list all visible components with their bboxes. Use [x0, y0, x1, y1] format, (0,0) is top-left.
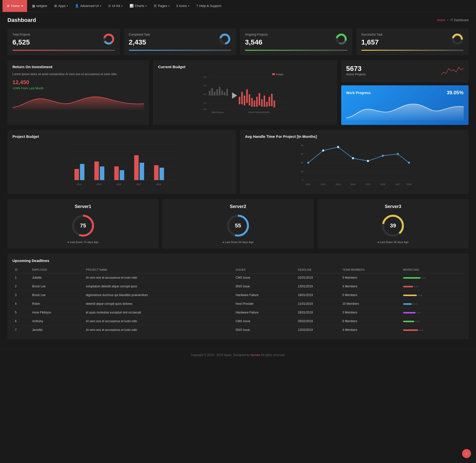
svg-rect-32 [246, 89, 248, 103]
page-header: Dashboard Home / IT Dashboard [7, 17, 469, 23]
svg-rect-20 [209, 91, 210, 96]
info-icon: ℹ [177, 4, 178, 8]
stat-value-ongoing: 3,546 [245, 38, 347, 46]
svg-rect-41 [269, 97, 270, 106]
apps-icon: ⊞ [54, 4, 57, 8]
nav-help[interactable]: ? Help & Support [193, 0, 225, 12]
workload-bar [403, 312, 416, 313]
status-dot-green: ● [222, 241, 224, 244]
donut-chart-successful [451, 33, 464, 45]
chevron-down-icon: ▾ [67, 5, 68, 7]
col-id: ID [12, 266, 30, 273]
svg-text:Budget: Budget [276, 73, 283, 76]
stat-label-successful: Successful Task [361, 33, 464, 36]
nav-advanced-ui[interactable]: 👤 Advanced UI ▾ [71, 0, 104, 12]
stat-bar-completed [129, 50, 231, 51]
workload-bar [403, 295, 417, 296]
server3-gauge: 39 [381, 213, 405, 238]
page-title: Dashboard [7, 17, 36, 23]
cell-id: 6 [12, 317, 30, 326]
svg-text:2016: 2016 [380, 183, 385, 186]
donut-chart-total [102, 33, 115, 45]
roi-value: 12,450 [12, 79, 144, 86]
circle-icon: ⊙ [108, 4, 111, 8]
work-progress-card: Work Progress 39.05% [341, 85, 469, 125]
col-team: TEAM MEMBERS [340, 266, 401, 273]
active-projects-number: 5673 [346, 65, 366, 73]
cell-project: At vero eos et accusamus et iusto odio [83, 326, 233, 334]
project-budget-chart: 2014 2015 2016 2017 2018 [12, 142, 231, 189]
wp-title: Work Progress [346, 91, 371, 95]
svg-rect-31 [244, 96, 245, 105]
stat-card-completed: Completed Task 2,435 [124, 28, 236, 55]
row2: Return On Investiment Lorem ipsum dolor … [7, 60, 469, 125]
svg-text:2018: 2018 [156, 183, 161, 186]
svg-rect-38 [261, 99, 263, 107]
navbar: 🖥 Home ▾ ▦ widgets ⊞ Apps ▾ 👤 Advanced U… [0, 0, 476, 12]
col-deadline: DEADLINE [295, 266, 340, 273]
wp-percentage: 39.05% [447, 90, 464, 96]
workload-bar [403, 321, 414, 322]
cell-team: 5 Members [340, 291, 401, 300]
svg-text:2013: 2013 [335, 183, 340, 186]
budget-chart: 2.0 1.0 0.0 -1.0 -2.0 [158, 72, 332, 114]
svg-rect-62 [154, 165, 159, 180]
stat-card-ongoing: Ongoing Projects 3,546 [240, 28, 352, 55]
right-col: 5673 Active Projects Work Progress 39.05… [341, 60, 469, 125]
chevron-down-icon: ▾ [145, 5, 147, 7]
svg-rect-39 [264, 96, 265, 107]
svg-text:0.0: 0.0 [203, 93, 207, 96]
server1-card: Server1 75 ● Last Down 75 days Ago [7, 199, 158, 249]
widgets-icon: ▦ [32, 4, 35, 8]
cell-employee: Jennifer [30, 326, 83, 334]
budget-card: Current Budget 2.0 1.0 0.0 -1.0 -2.0 [153, 60, 337, 125]
server1-title: Server1 [12, 204, 153, 209]
breadcrumb-home[interactable]: Home [437, 18, 445, 22]
svg-rect-43 [274, 101, 275, 107]
svg-rect-60 [134, 155, 139, 180]
cell-workload [401, 326, 464, 334]
breadcrumb-separator: / [447, 18, 448, 22]
svg-rect-46 [272, 73, 275, 75]
breadcrumb-current: IT Dashboard [451, 18, 469, 22]
svg-point-83 [367, 160, 369, 162]
cell-team: 5 Members [340, 273, 401, 282]
cell-workload [401, 282, 464, 291]
nav-apps[interactable]: ⊞ Apps ▾ [51, 0, 72, 12]
nav-ui-kit[interactable]: ⊙ UI Kit ▾ [105, 0, 126, 12]
workload-remaining [413, 303, 418, 305]
svg-rect-22 [214, 92, 215, 96]
svg-text:1.0: 1.0 [203, 84, 207, 87]
donut-chart-completed [219, 33, 231, 45]
workload-remaining [418, 295, 423, 296]
svg-text:2016: 2016 [116, 183, 121, 186]
cell-id: 1 [12, 273, 30, 282]
cell-team: 4 Members [340, 326, 401, 334]
server1-status: ● Last Down 75 days Ago [12, 241, 153, 244]
footer-brand: Spruko [251, 353, 260, 357]
stat-value-total: 6,525 [12, 38, 115, 46]
svg-text:30: 30 [301, 153, 303, 155]
roi-chart [12, 93, 144, 110]
svg-point-81 [337, 146, 339, 148]
server2-status: ● Last Down 55 days Ago [167, 241, 308, 244]
server3-status: ● Last Down 38 days Ago [323, 241, 464, 244]
svg-text:2015: 2015 [96, 183, 101, 186]
svg-rect-58 [114, 166, 119, 180]
cell-team: 4 Members [340, 282, 401, 291]
cell-employee: Juliette [30, 273, 83, 282]
server1-value: 75 [80, 222, 86, 229]
col-workload: WORKLOAD [401, 266, 464, 273]
table-row: 4 Robin deleniti atque corrupti quos dol… [12, 300, 464, 308]
nav-charts[interactable]: 📊 Charts ▾ [126, 0, 150, 12]
nav-pages[interactable]: ☰ Pages ▾ [150, 0, 173, 12]
svg-marker-28 [232, 92, 237, 99]
nav-icons[interactable]: ℹ Icons ▾ [173, 0, 193, 12]
server3-value: 39 [390, 222, 396, 229]
nav-widgets[interactable]: ▦ widgets [29, 0, 51, 12]
col-issues: ISSUES [233, 266, 295, 273]
svg-text:0: 0 [302, 179, 303, 181]
nav-home[interactable]: 🖥 Home ▾ [2, 0, 27, 12]
svg-rect-59 [120, 170, 124, 180]
svg-rect-40 [266, 102, 268, 107]
